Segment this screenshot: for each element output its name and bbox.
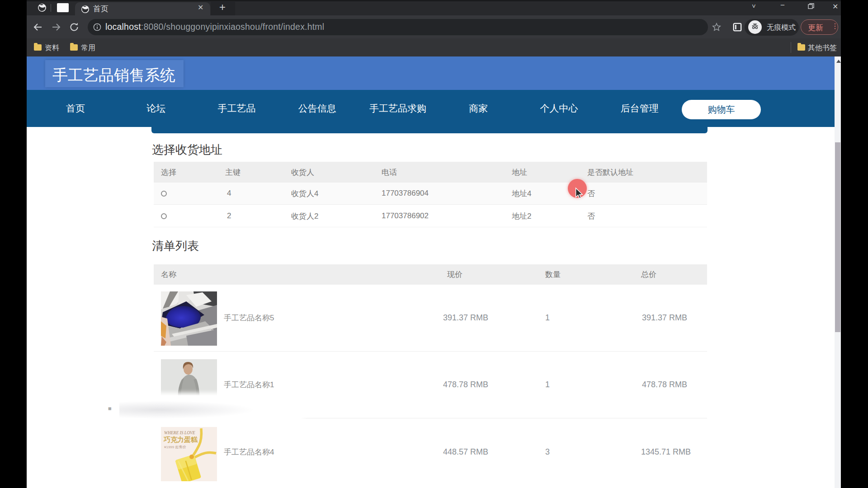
svg-text:巧克力蛋糕: 巧克力蛋糕 xyxy=(163,436,198,443)
svg-text:¥1999 起售价: ¥1999 起售价 xyxy=(164,445,186,449)
svg-text:WHERE IS LOVE: WHERE IS LOVE xyxy=(164,431,195,435)
